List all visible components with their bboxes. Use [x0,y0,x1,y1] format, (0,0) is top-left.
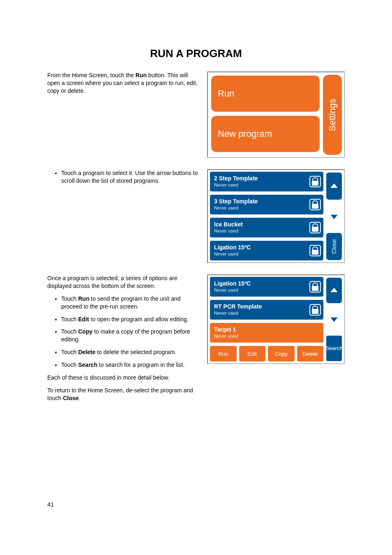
close-button[interactable]: Close [325,232,343,261]
list-item[interactable]: 3 Step Template Never used [209,194,324,215]
program-status: Never used [214,334,238,339]
intro-text-b: Run [136,72,147,78]
option-delete: Touch Delete to delete the selected prog… [61,348,200,356]
lock-icon [309,176,321,187]
lock-icon [309,281,321,292]
home-run-label: Run [218,88,234,99]
scroll-up-button[interactable] [325,277,343,304]
home-run-tile[interactable]: Run [210,75,321,113]
list-item[interactable]: Ligation 15ºC Never used [209,276,324,297]
scroll-up-button[interactable] [325,172,343,200]
lock-icon [309,245,321,256]
home-screen-panel: Run New program Settings [207,71,345,158]
list-item-selected[interactable]: Target 1 Never used [209,322,324,343]
copy-button[interactable]: Copy [267,345,295,362]
options-intro: Once a program is selected, a series of … [47,274,200,290]
program-name: RT PCR Template [214,304,262,310]
action-toolbar: Run Edit Copy Delete [208,344,325,364]
chevron-up-icon [329,285,339,296]
chevron-up-icon [329,181,339,191]
home-settings-label: Settings [327,99,338,131]
scroll-down-button[interactable] [325,306,343,333]
list-item[interactable]: Ligation 15ºC Never used [209,240,324,261]
list-item[interactable]: 2 Step Template Never used [209,171,324,192]
chevron-down-icon [329,314,339,325]
lock-icon [309,199,321,210]
scroll-down-button[interactable] [325,202,343,231]
home-settings-tab[interactable]: Settings [323,75,342,155]
list-item[interactable]: RT PCR Template Never used [209,299,324,320]
option-search: Touch Search to search for a program in … [61,361,200,369]
chevron-down-icon [329,211,339,222]
program-status: Never used [214,182,258,188]
program-name: Target 1 [214,327,238,333]
option-run: Touch Run to send the program to the uni… [61,295,200,311]
program-name: 3 Step Template [214,198,258,205]
option-copy: Touch Copy to make a copy of the program… [61,328,200,343]
edit-button[interactable]: Edit [238,345,267,362]
program-name: Ligation 15ºC [214,281,251,287]
intro-text: From the Home Screen, touch the Run butt… [47,71,200,95]
page-title: RUN A PROGRAM [47,47,345,60]
program-name: Ligation 15ºC [214,244,251,251]
bullet-select-program: Touch a program to select it. Use the ar… [61,169,200,185]
program-status: Never used [214,251,251,257]
search-button[interactable]: Search [325,335,343,362]
delete-button[interactable]: Delete [296,345,325,362]
program-status: Never used [214,205,258,211]
home-newprogram-label: New program [218,129,272,139]
program-list-panel: 2 Step Template Never used 3 Step Templa… [207,169,345,263]
option-edit: Touch Edit to open the program and allow… [61,315,200,323]
list-item[interactable]: Ice Bucket Never used [209,217,324,238]
run-button[interactable]: Run [209,345,238,362]
intro-text-a: From the Home Screen, touch the [47,72,136,78]
program-name: Ice Bucket [214,221,243,228]
close-label: Close [331,239,337,254]
program-status: Never used [214,228,243,234]
lock-icon [309,222,321,233]
lock-icon [309,304,321,315]
home-newprogram-tile[interactable]: New program [210,115,321,153]
program-selected-panel: Ligation 15ºC Never used RT PCR Template… [207,274,345,364]
program-status: Never used [214,288,251,293]
program-name: 2 Step Template [214,175,258,182]
program-status: Never used [214,311,262,316]
trailer-2: To return to the Home Screen, de-select … [47,387,200,402]
trailer-1: Each of these is discussed in more detai… [47,374,200,382]
page-number: 41 [47,501,54,508]
